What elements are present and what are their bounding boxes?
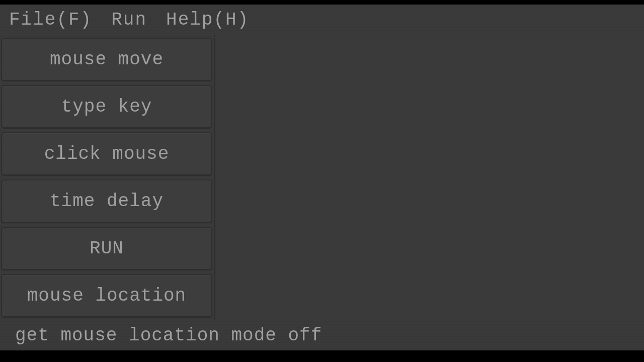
time-delay-button[interactable]: time delay	[1, 179, 212, 223]
menu-help[interactable]: Help(H)	[166, 10, 249, 30]
letterbox-bottom	[0, 350, 644, 362]
menubar: File(F) Run Help(H)	[0, 5, 644, 35]
app-window: File(F) Run Help(H) mouse move type key …	[0, 5, 644, 350]
menu-run[interactable]: Run	[111, 10, 147, 30]
main-area: mouse move type key click mouse time del…	[0, 35, 644, 320]
sidebar: mouse move type key click mouse time del…	[0, 35, 215, 320]
type-key-button[interactable]: type key	[1, 85, 212, 128]
statusbar: get mouse location mode off	[0, 320, 644, 350]
canvas-area	[215, 35, 644, 320]
menu-file[interactable]: File(F)	[9, 10, 92, 30]
click-mouse-button[interactable]: click mouse	[1, 132, 212, 175]
status-text: get mouse location mode off	[15, 325, 322, 346]
mouse-location-button[interactable]: mouse location	[1, 274, 212, 317]
letterbox-top	[0, 0, 644, 5]
mouse-move-button[interactable]: mouse move	[1, 38, 212, 81]
run-button[interactable]: RUN	[1, 227, 212, 270]
